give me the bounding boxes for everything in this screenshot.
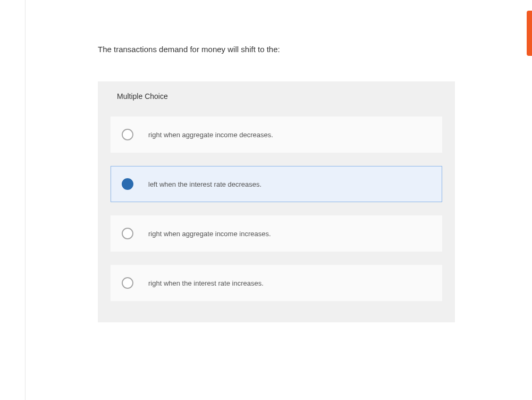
question-content: The transactions demand for money will s… [98, 44, 455, 322]
question-text: The transactions demand for money will s… [98, 44, 455, 55]
quiz-container: Multiple Choice right when aggregate inc… [98, 81, 455, 322]
option-label: right when the interest rate increases. [148, 279, 264, 287]
option-0[interactable]: right when aggregate income decreases. [111, 116, 442, 153]
option-3[interactable]: right when the interest rate increases. [111, 265, 442, 301]
radio-icon [122, 228, 133, 239]
quiz-type-label: Multiple Choice [98, 81, 455, 111]
options-container: right when aggregate income decreases. l… [98, 111, 455, 322]
radio-icon [122, 129, 133, 140]
option-label: left when the interest rate decreases. [148, 180, 261, 188]
left-border-line [25, 0, 26, 400]
radio-icon [122, 277, 133, 289]
option-label: right when aggregate income increases. [148, 230, 271, 238]
option-label: right when aggregate income decreases. [148, 131, 273, 139]
option-1[interactable]: left when the interest rate decreases. [111, 166, 442, 202]
option-2[interactable]: right when aggregate income increases. [111, 215, 442, 252]
side-tab-handle[interactable] [527, 11, 532, 56]
radio-icon [122, 178, 133, 190]
